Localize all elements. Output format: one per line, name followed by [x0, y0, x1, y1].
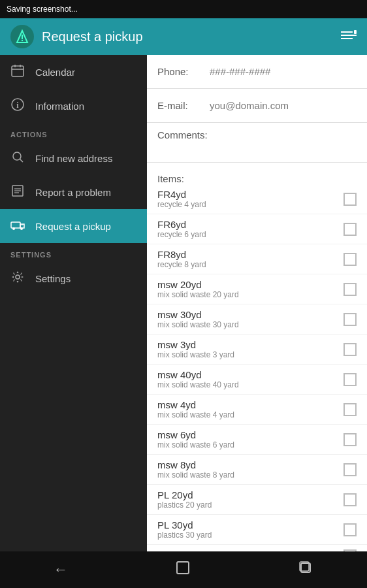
phone-label: Phone: — [157, 66, 210, 77]
item-checkbox[interactable] — [343, 343, 357, 356]
item-desc: mix solid waste 3 yard — [157, 350, 343, 359]
svg-point-13 — [13, 152, 21, 160]
form-section: Phone: E-mail: Comments: — [147, 55, 367, 163]
bottom-nav-bar: ← — [0, 551, 367, 588]
svg-point-2 — [22, 40, 23, 41]
item-checkbox[interactable] — [343, 223, 357, 236]
sidebar-item-report-problem[interactable]: Report a problem — [0, 175, 147, 209]
sidebar-item-label-information: Information — [35, 101, 84, 112]
svg-point-21 — [20, 227, 23, 230]
item-checkbox[interactable] — [343, 433, 357, 446]
item-name: msw 6yd — [157, 429, 343, 440]
item-name: PL 20yd — [157, 489, 343, 500]
item-desc: recycle 8 yard — [157, 260, 343, 269]
item-desc: mix solid waste 8 yard — [157, 470, 343, 480]
item-desc: recycle 6 yard — [157, 230, 343, 239]
phone-row: Phone: — [147, 55, 367, 89]
item-row: msw 20ydmix solid waste 20 yard — [147, 274, 367, 304]
item-name: msw 3yd — [157, 339, 343, 350]
report-problem-icon — [10, 184, 25, 201]
status-bar: Saving screenshot... — [0, 0, 367, 18]
item-checkbox[interactable] — [343, 253, 357, 266]
svg-rect-7 — [12, 66, 24, 76]
svg-rect-6 — [354, 30, 357, 34]
item-checkbox[interactable] — [343, 373, 357, 386]
sidebar-item-label-request-pickup: Request a pickup — [35, 221, 111, 232]
sidebar-item-settings[interactable]: Settings — [0, 261, 147, 295]
settings-icon — [10, 270, 25, 287]
item-row: msw 3ydmix solid waste 3 yard — [147, 335, 367, 365]
item-checkbox[interactable] — [343, 313, 357, 326]
item-row: PL 20ydplastics 20 yard — [147, 485, 367, 515]
item-checkbox[interactable] — [343, 283, 357, 296]
home-button[interactable] — [162, 555, 204, 585]
comments-row: Comments: — [147, 123, 367, 163]
item-row: msw 6ydmix solid waste 6 yard — [147, 425, 367, 455]
item-name: FR6yd — [157, 219, 343, 230]
item-row: msw 40ydmix solid waste 40 yard — [147, 365, 367, 395]
item-checkbox[interactable] — [343, 493, 357, 506]
sidebar: Calendar i Information ACTIONS Find new … — [0, 55, 147, 551]
sidebar-item-label-find-address: Find new address — [35, 153, 112, 164]
item-name: msw 8yd — [157, 459, 343, 470]
information-icon: i — [10, 98, 25, 114]
app-bar-overflow-icon[interactable] — [341, 30, 357, 44]
item-row: FR8ydrecycle 8 yard — [147, 244, 367, 274]
main-layout: Calendar i Information ACTIONS Find new … — [0, 55, 367, 551]
item-checkbox[interactable] — [343, 403, 357, 416]
item-desc: mix solid waste 40 yard — [157, 380, 343, 389]
item-name: msw 4yd — [157, 399, 343, 410]
app-bar: Request a pickup — [0, 18, 367, 55]
item-row: msw 4ydmix solid waste 4 yard — [147, 395, 367, 425]
item-desc: mix solid waste 4 yard — [157, 410, 343, 419]
svg-rect-4 — [341, 35, 357, 36]
item-desc: mix solid waste 20 yard — [157, 290, 343, 299]
item-desc: plastics 20 yard — [157, 500, 343, 510]
svg-point-22 — [16, 275, 20, 279]
item-row: msw 8ydmix solid waste 8 yard — [147, 455, 367, 485]
sidebar-item-request-pickup[interactable]: Request a pickup — [0, 209, 147, 243]
item-row: msw 30ydmix solid waste 30 yard — [147, 304, 367, 335]
sidebar-section-settings: SETTINGS — [0, 243, 147, 261]
item-name: msw 40yd — [157, 369, 343, 380]
sidebar-item-label-report-problem: Report a problem — [35, 187, 111, 198]
item-name: msw 20yd — [157, 279, 343, 290]
items-label: Items: — [157, 171, 210, 184]
item-checkbox[interactable] — [343, 523, 357, 536]
svg-point-20 — [12, 227, 15, 230]
content-area: Phone: E-mail: Comments: Items: FR4ydrec… — [147, 55, 367, 551]
phone-input[interactable] — [210, 66, 357, 77]
recent-apps-button[interactable] — [285, 555, 327, 585]
items-section: Items: FR4ydrecycle 4 yardFR6ydrecycle 6… — [147, 163, 367, 551]
item-checkbox[interactable] — [343, 193, 357, 206]
email-row: E-mail: — [147, 89, 367, 123]
sidebar-item-calendar[interactable]: Calendar — [0, 55, 147, 89]
item-checkbox[interactable] — [343, 463, 357, 476]
item-name: msw 30yd — [157, 309, 343, 320]
comments-label: Comments: — [157, 129, 210, 140]
item-desc: mix solid waste 30 yard — [157, 320, 343, 329]
find-address-icon — [10, 150, 25, 167]
svg-rect-19 — [11, 222, 20, 228]
item-row: FR6ydrecycle 6 yard — [147, 214, 367, 244]
status-bar-text: Saving screenshot... — [7, 5, 78, 14]
svg-rect-5 — [341, 38, 353, 39]
items-list: FR4ydrecycle 4 yardFR6ydrecycle 6 yardFR… — [147, 184, 367, 551]
svg-rect-3 — [341, 31, 353, 33]
sidebar-item-information[interactable]: i Information — [0, 89, 147, 123]
sidebar-item-label-settings: Settings — [35, 273, 71, 284]
item-row: PL 40yd — [147, 545, 367, 551]
sidebar-item-label-calendar: Calendar — [35, 67, 75, 78]
svg-text:i: i — [16, 101, 19, 110]
comments-input[interactable] — [210, 129, 357, 155]
item-name: FR8yd — [157, 249, 343, 260]
item-name: FR4yd — [157, 189, 343, 200]
svg-rect-23 — [177, 562, 189, 574]
item-desc: plastics 30 yard — [157, 531, 343, 540]
sidebar-item-find-address[interactable]: Find new address — [0, 141, 147, 175]
request-pickup-icon — [10, 220, 25, 233]
item-row: FR4ydrecycle 4 yard — [147, 184, 367, 214]
email-input[interactable] — [210, 100, 357, 111]
item-row: PL 30ydplastics 30 yard — [147, 515, 367, 545]
back-button[interactable]: ← — [40, 556, 81, 583]
